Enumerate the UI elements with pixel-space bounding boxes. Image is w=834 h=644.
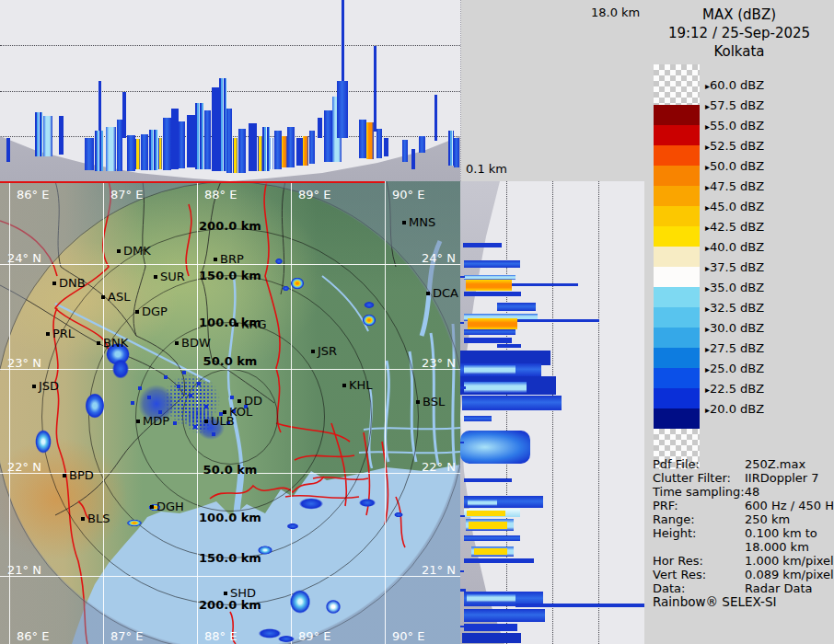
reflectivity-bar xyxy=(122,92,126,138)
latitude-label: 23° N xyxy=(422,356,456,370)
city-label: MNS xyxy=(409,215,435,229)
radar-echo xyxy=(289,276,306,291)
reflectivity-bar xyxy=(212,87,219,171)
reflectivity-bar xyxy=(262,127,270,171)
info-label: PRF: xyxy=(653,499,678,512)
reflectivity-bar xyxy=(135,139,140,169)
radar-echo xyxy=(274,258,284,265)
reflectivity-bar xyxy=(460,431,530,464)
reflectivity-bar xyxy=(287,127,295,167)
radar-echo-dot xyxy=(147,396,151,399)
info-value: 1.000 km/pixel xyxy=(745,554,834,568)
info-value: 0.089 km/pixel xyxy=(745,568,834,581)
product-title-block: MAX (dBZ) 19:12 / 25-Sep-2025 Kolkata xyxy=(644,6,834,61)
dbz-scale-label: 20.0 dBZ xyxy=(705,402,764,416)
city-dot xyxy=(426,292,430,295)
city-label: BDW xyxy=(181,336,211,350)
info-value: Radar Data xyxy=(745,581,812,595)
radar-echo xyxy=(83,390,107,421)
longitude-label: 89° E xyxy=(298,629,330,643)
reflectivity-bar xyxy=(337,81,348,138)
city-dot xyxy=(175,341,179,345)
dbz-scale-label: 35.0 dBZ xyxy=(705,281,764,294)
latitude-gridline xyxy=(0,369,460,370)
reflectivity-bar xyxy=(464,338,512,343)
info-label: Height: xyxy=(653,526,696,540)
legend-color-band xyxy=(654,186,700,206)
radar-map-viewport[interactable]: 86° E86° E87° E87° E88° E88° E89° E89° E… xyxy=(0,181,460,644)
reflectivity-bar xyxy=(454,138,459,167)
longitude-label: 86° E xyxy=(17,188,49,201)
city-label: KHL xyxy=(349,378,373,392)
reflectivity-bar xyxy=(141,134,148,170)
info-value: IIRDoppler 7 xyxy=(745,471,819,485)
reflectivity-bar xyxy=(324,110,332,162)
dbz-scale-label: 22.5 dBZ xyxy=(705,382,764,396)
city-label: DCA xyxy=(433,286,458,300)
radar-echo xyxy=(324,598,342,615)
legend-info-sidebar: MAX (dBZ) 19:12 / 25-Sep-2025 Kolkata 60… xyxy=(644,0,834,644)
dbz-scale-label: 32.5 dBZ xyxy=(705,301,764,315)
dbz-scale-label: 30.0 dBZ xyxy=(705,321,764,335)
radar-echo-dot xyxy=(138,386,142,390)
city-label: BNK xyxy=(103,336,128,350)
radar-echo-dot xyxy=(204,405,208,408)
reflectivity-bar xyxy=(219,78,226,171)
reflectivity-bar xyxy=(106,127,116,171)
dbz-scale-label: 45.0 dBZ xyxy=(705,200,764,213)
info-label: Clutter Filter: xyxy=(653,471,731,485)
reflectivity-bar xyxy=(464,609,545,622)
reflectivity-bar xyxy=(6,138,10,162)
reflectivity-bar xyxy=(463,243,502,247)
legend-color-band xyxy=(654,105,700,125)
reflectivity-bar xyxy=(460,322,464,324)
radar-echo xyxy=(361,313,377,328)
info-label: Pdf File: xyxy=(653,457,700,471)
info-row: Time sampling:48 xyxy=(653,485,832,499)
reflectivity-bar xyxy=(226,109,232,173)
reflectivity-bar xyxy=(464,365,515,374)
radar-echo-dot xyxy=(177,385,180,388)
reflectivity-bar xyxy=(434,95,437,141)
radar-echo-dot xyxy=(230,396,234,399)
reflectivity-bar xyxy=(460,386,466,389)
product-name: MAX (dBZ) xyxy=(644,6,834,24)
min-height-axis-label: 0.1 km xyxy=(466,162,507,176)
reflectivity-bar xyxy=(85,138,94,170)
reflectivity-bar xyxy=(411,149,415,169)
dbz-scale-label: 52.5 dBZ xyxy=(705,139,764,153)
reflectivity-bar xyxy=(462,633,521,643)
city-dot xyxy=(204,420,208,423)
legend-color-band xyxy=(654,125,700,145)
range-ring-label: 50.0 km xyxy=(203,354,258,368)
dbz-scale-label: 25.0 dBZ xyxy=(705,362,764,375)
city-label: BSL xyxy=(423,395,445,408)
longitude-label: 88° E xyxy=(204,188,237,201)
reflectivity-bar xyxy=(303,136,308,166)
city-dot xyxy=(224,592,227,595)
dbz-scale-label: 57.5 dBZ xyxy=(705,98,764,112)
city-dot xyxy=(52,282,56,285)
reflectivity-bar xyxy=(163,118,171,170)
reflectivity-bar xyxy=(376,129,382,158)
longitude-label: 90° E xyxy=(392,629,424,643)
reflectivity-bar xyxy=(158,138,162,169)
info-value: 250Z.max xyxy=(745,457,805,471)
city-label: KRG xyxy=(241,317,267,331)
reflectivity-bar xyxy=(464,478,512,482)
reflectivity-bar xyxy=(204,110,211,169)
reflectivity-bar xyxy=(35,112,42,156)
info-row: Clutter Filter:IIRDoppler 7 xyxy=(653,471,832,485)
reflectivity-bar xyxy=(512,283,578,286)
reflectivity-bar xyxy=(95,131,103,171)
city-label: MDP xyxy=(143,414,169,428)
city-dot xyxy=(136,420,140,423)
latitude-label: 24° N xyxy=(7,251,41,265)
radar-echo-dot xyxy=(212,432,215,436)
radar-echo xyxy=(33,427,53,456)
reflectivity-bar xyxy=(460,276,465,278)
legend-color-band xyxy=(654,247,700,267)
latitude-label: 21° N xyxy=(422,563,456,577)
radar-echo xyxy=(393,512,404,518)
range-ring-label: 150.0 km xyxy=(199,551,261,565)
